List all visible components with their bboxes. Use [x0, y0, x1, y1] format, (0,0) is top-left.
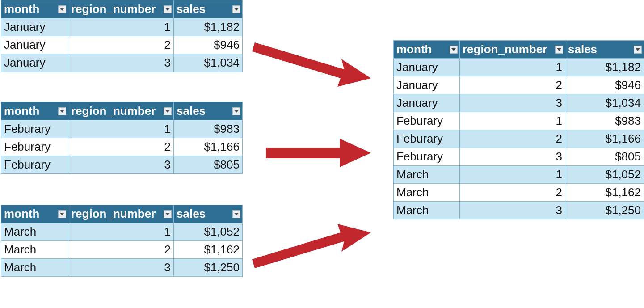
cell-month: March	[1, 241, 68, 259]
cell-region: 2	[460, 130, 565, 148]
filter-dropdown-icon[interactable]	[634, 46, 642, 54]
cell-month: January	[394, 94, 460, 112]
cell-region: 1	[460, 59, 565, 76]
table-row: March 3 $1,250	[1, 259, 243, 277]
cell-sales: $1,162	[174, 241, 243, 259]
cell-sales: $983	[565, 112, 644, 130]
table-row: January 2 $946	[394, 76, 644, 94]
table-row: January 2 $946	[1, 36, 243, 54]
source-table-january: month region_number sales January 1 $1,1…	[1, 0, 243, 72]
header-month-label: month	[4, 2, 50, 16]
source-table-march: month region_number sales March 1 $1,052	[1, 205, 243, 277]
table-row: January 1 $1,182	[1, 18, 243, 36]
header-region-label: region_number	[463, 42, 558, 56]
source-table-february: month region_number sales Feburary 1 $98…	[1, 102, 243, 174]
table-row: March 3 $1,250	[394, 202, 644, 219]
cell-sales: $1,166	[565, 130, 644, 148]
cell-sales: $983	[174, 120, 243, 138]
cell-month: January	[1, 54, 68, 72]
header-region[interactable]: region_number	[68, 0, 174, 18]
filter-dropdown-icon[interactable]	[232, 210, 240, 218]
filter-dropdown-icon[interactable]	[164, 5, 172, 13]
cell-month: Feburary	[394, 148, 460, 166]
header-sales-label: sales	[177, 2, 216, 16]
cell-region: 3	[68, 54, 174, 72]
diagram-stage: month region_number sales January 1 $1,1…	[0, 0, 644, 308]
header-sales[interactable]: sales	[565, 41, 644, 59]
cell-region: 3	[68, 259, 174, 277]
cell-region: 1	[460, 166, 565, 184]
header-region-label: region_number	[71, 104, 166, 118]
filter-dropdown-icon[interactable]	[555, 46, 563, 54]
cell-month: January	[394, 59, 460, 76]
cell-region: 2	[460, 184, 565, 202]
filter-dropdown-icon[interactable]	[58, 107, 66, 115]
cell-region: 3	[68, 156, 174, 174]
cell-month: Feburary	[1, 138, 68, 156]
cell-month: March	[394, 202, 460, 219]
filter-dropdown-icon[interactable]	[232, 107, 240, 115]
table-row: Feburary 1 $983	[394, 112, 644, 130]
cell-region: 2	[460, 76, 565, 94]
cell-region: 3	[460, 202, 565, 219]
header-month-label: month	[4, 207, 50, 221]
filter-dropdown-icon[interactable]	[164, 107, 172, 115]
header-month[interactable]: month	[1, 102, 68, 120]
table-row: March 2 $1,162	[394, 184, 644, 202]
cell-month: January	[394, 76, 460, 94]
cell-month: January	[1, 18, 68, 36]
arrow-icon	[250, 34, 375, 87]
header-region[interactable]: region_number	[68, 205, 174, 223]
cell-sales: $1,052	[174, 223, 243, 241]
table-row: Feburary 2 $1,166	[394, 130, 644, 148]
cell-month: Feburary	[1, 156, 68, 174]
cell-month: Feburary	[1, 120, 68, 138]
table-row: Feburary 3 $805	[394, 148, 644, 166]
cell-sales: $805	[565, 148, 644, 166]
header-month-label: month	[4, 104, 50, 118]
cell-region: 1	[460, 112, 565, 130]
header-sales[interactable]: sales	[174, 102, 243, 120]
cell-sales: $1,250	[565, 202, 644, 219]
cell-month: Feburary	[394, 130, 460, 148]
header-sales-label: sales	[568, 42, 608, 56]
cell-sales: $1,166	[174, 138, 243, 156]
table-row: January 3 $1,034	[1, 54, 243, 72]
filter-dropdown-icon[interactable]	[58, 210, 66, 218]
cell-month: January	[1, 36, 68, 54]
header-sales-label: sales	[177, 207, 216, 221]
header-month[interactable]: month	[394, 41, 460, 59]
header-sales[interactable]: sales	[174, 0, 243, 18]
header-region[interactable]: region_number	[68, 102, 174, 120]
cell-region: 3	[460, 94, 565, 112]
cell-region: 1	[68, 120, 174, 138]
header-region-label: region_number	[71, 207, 166, 221]
header-region[interactable]: region_number	[460, 41, 565, 59]
cell-region: 2	[68, 36, 174, 54]
table-row: Feburary 1 $983	[1, 120, 243, 138]
table-row: March 2 $1,162	[1, 241, 243, 259]
cell-month: March	[394, 166, 460, 184]
cell-month: March	[1, 223, 68, 241]
filter-dropdown-icon[interactable]	[58, 5, 66, 13]
cell-region: 1	[68, 18, 174, 36]
cell-region: 2	[68, 241, 174, 259]
filter-dropdown-icon[interactable]	[232, 5, 240, 13]
table-row: Feburary 3 $805	[1, 156, 243, 174]
header-region-label: region_number	[71, 2, 166, 16]
cell-sales: $1,162	[565, 184, 644, 202]
cell-month: March	[394, 184, 460, 202]
table-row: January 1 $1,182	[394, 59, 644, 76]
cell-sales: $1,250	[174, 259, 243, 277]
header-month[interactable]: month	[1, 0, 68, 18]
filter-dropdown-icon[interactable]	[450, 46, 458, 54]
cell-sales: $946	[174, 36, 243, 54]
table-row: March 1 $1,052	[394, 166, 644, 184]
cell-month: March	[1, 259, 68, 277]
cell-region: 3	[460, 148, 565, 166]
header-sales[interactable]: sales	[174, 205, 243, 223]
header-month-label: month	[396, 42, 442, 56]
header-month[interactable]: month	[1, 205, 68, 223]
cell-sales: $1,034	[174, 54, 243, 72]
filter-dropdown-icon[interactable]	[164, 210, 172, 218]
